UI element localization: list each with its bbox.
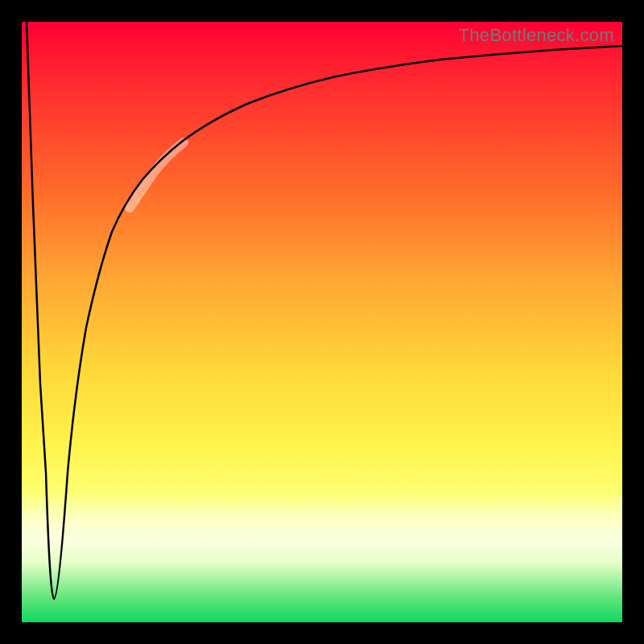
chart-frame: TheBottleneck.com [0,0,644,644]
curve-layer [22,22,622,622]
plot-area: TheBottleneck.com [22,22,622,622]
bottleneck-curve [27,22,622,599]
curve-highlight [130,142,184,208]
